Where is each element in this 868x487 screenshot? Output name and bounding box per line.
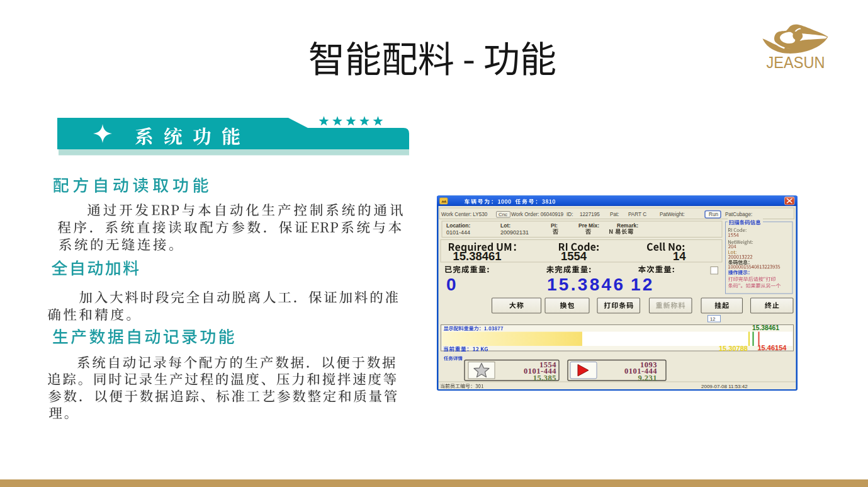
svg-text:15.385: 15.385: [533, 374, 556, 382]
svg-text:15.38461: 15.38461: [752, 324, 779, 331]
svg-text:Remark:: Remark:: [617, 222, 638, 229]
svg-text:2009-07-08 11:53:42: 2009-07-08 11:53:42: [701, 384, 748, 389]
svg-text:15.30788: 15.30788: [719, 345, 748, 352]
svg-text:Cnc: Cnc: [499, 212, 507, 217]
svg-text:Run: Run: [709, 212, 718, 217]
svg-text:Location:: Location:: [446, 222, 470, 229]
svg-text:0: 0: [446, 275, 456, 294]
svg-text:12: 12: [631, 275, 655, 294]
svg-text:Pre Mix:: Pre Mix:: [578, 222, 599, 229]
svg-text:ID:: ID:: [566, 212, 573, 217]
svg-text:Work Center: LY530: Work Center: LY530: [441, 212, 488, 217]
svg-text:200902131: 200902131: [500, 229, 529, 236]
svg-text:9.231: 9.231: [638, 374, 657, 382]
svg-text:15.38461: 15.38461: [453, 249, 502, 263]
svg-text:15.46154: 15.46154: [758, 344, 787, 352]
svg-text:1227195: 1227195: [580, 212, 600, 217]
svg-text:Lot:: Lot:: [500, 222, 510, 229]
svg-text:Work Order: 06040919: Work Order: 06040919: [511, 212, 564, 217]
svg-text:12: 12: [710, 316, 715, 322]
svg-text:14: 14: [673, 249, 686, 263]
svg-text:1554: 1554: [561, 249, 587, 263]
svg-text:JEASUN: JEASUN: [767, 54, 825, 71]
svg-text:PatWeight:: PatWeight:: [660, 212, 685, 217]
svg-text:Pat:: Pat:: [610, 212, 619, 217]
svg-text:15.3846: 15.3846: [547, 275, 625, 294]
svg-text:PI:: PI:: [551, 222, 558, 229]
svg-text:PART C: PART C: [628, 212, 646, 217]
svg-text:0101-444: 0101-444: [446, 229, 470, 236]
svg-text:PatCubage:: PatCubage:: [725, 212, 752, 217]
